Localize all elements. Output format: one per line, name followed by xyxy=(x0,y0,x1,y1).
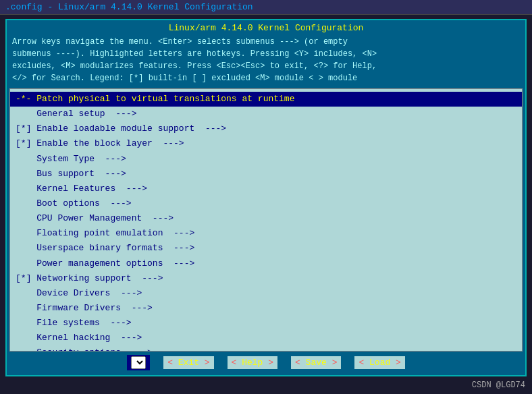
menu-item-firmware-drivers[interactable]: Firmware Drivers ---> xyxy=(10,301,522,316)
menu-item-system-type[interactable]: System Type ---> xyxy=(10,152,522,167)
menu-item-device-drivers[interactable]: Device Drivers ---> xyxy=(10,286,522,301)
header-title: Linux/arm 4.14.0 Kernel Configuration xyxy=(9,23,523,33)
menu-item-bus-support[interactable]: Bus support ---> xyxy=(10,167,522,181)
bottom-bar: < Exit >< Help >< Save >< Load > xyxy=(9,351,523,372)
menu-item-general-setup[interactable]: General setup ---> xyxy=(10,107,522,121)
help-line1: Arrow keys navigate the menu. <Enter> se… xyxy=(12,36,520,48)
help-line3: excludes, <M> modularizes features. Pres… xyxy=(12,60,520,72)
menu-item-power-management[interactable]: Power management options ---> xyxy=(10,256,522,271)
title-bar-text: .config - Linux/arm 4.14.0 Kernel Config… xyxy=(5,2,253,12)
menu-item-loadable-module[interactable]: [*] Enable loadable module support ---> xyxy=(10,121,522,136)
menu-area: -*- Patch physical to virtual translatio… xyxy=(9,88,523,351)
menu-item-block-layer[interactable]: [*] Enable the block layer ---> xyxy=(10,136,522,151)
help-line4: </> for Search. Legend: [*] built-in [ ]… xyxy=(12,72,520,84)
help-line2: submenus ----). Highlighted letters are … xyxy=(12,48,520,60)
title-bar: .config - Linux/arm 4.14.0 Kernel Config… xyxy=(0,0,532,15)
menu-item-cpu-power[interactable]: CPU Power Management ---> xyxy=(10,211,522,226)
menu-item-file-systems[interactable]: File systems ---> xyxy=(10,316,522,331)
outer-container: Linux/arm 4.14.0 Kernel Configuration Ar… xyxy=(5,19,527,376)
select-button[interactable] xyxy=(127,355,150,370)
menu-item-networking[interactable]: [*] Networking support ---> xyxy=(10,271,522,286)
save-button[interactable]: < Save > xyxy=(291,356,341,369)
watermark: CSDN @LGD74 xyxy=(472,381,525,390)
menu-item-kernel-features[interactable]: Kernel Features ---> xyxy=(10,181,522,196)
menu-item-kernel-hacking[interactable]: Kernel hacking ---> xyxy=(10,331,522,345)
menu-item-security-options[interactable]: Security options ---> xyxy=(10,345,522,351)
help-button[interactable]: < Help > xyxy=(228,356,277,369)
menu-item-boot-options[interactable]: Boot options ---> xyxy=(10,196,522,211)
load-button[interactable]: < Load > xyxy=(354,356,404,369)
menu-item-patch-physical[interactable]: -*- Patch physical to virtual translatio… xyxy=(10,92,522,107)
exit-button[interactable]: < Exit > xyxy=(163,356,213,369)
menu-item-userspace-binary[interactable]: Userspace binary formats ---> xyxy=(10,241,522,256)
help-text: Arrow keys navigate the menu. <Enter> se… xyxy=(9,36,523,84)
menu-item-floating-point[interactable]: Floating point emulation ---> xyxy=(10,226,522,241)
